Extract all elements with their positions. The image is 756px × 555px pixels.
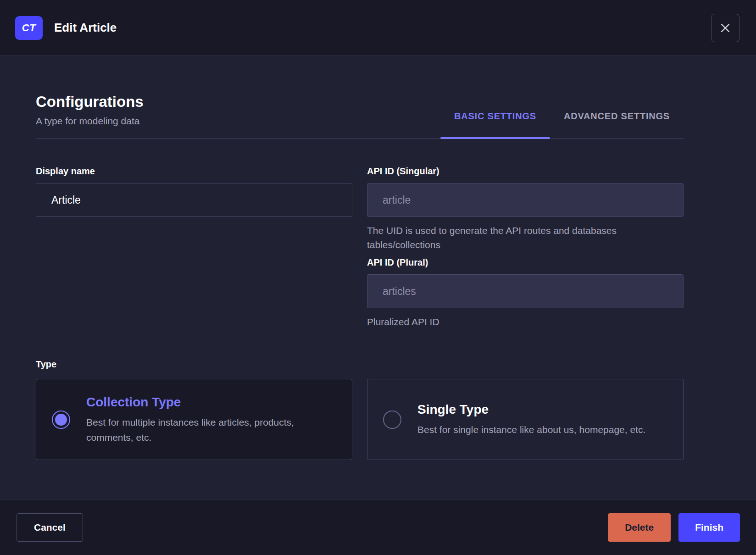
- display-name-field: Display name: [36, 166, 352, 252]
- api-id-singular-field: API ID (Singular) The UID is used to gen…: [367, 166, 684, 252]
- configurations-titles: Configurations A type for modeling data: [36, 93, 144, 138]
- api-id-singular-label: API ID (Singular): [367, 166, 684, 177]
- modal-body: Configurations A type for modeling data …: [0, 56, 756, 499]
- page-subtitle: A type for modeling data: [36, 115, 144, 127]
- content-type-badge-label: CT: [22, 22, 36, 34]
- type-section: Type Collection Type Best for multiple i…: [36, 359, 684, 460]
- single-type-title: Single Type: [417, 402, 645, 417]
- single-type-option[interactable]: Single Type Best for single instance lik…: [367, 379, 684, 460]
- collection-type-title: Collection Type: [86, 394, 336, 410]
- settings-form: Display name API ID (Singular) The UID i…: [36, 166, 684, 329]
- type-label: Type: [36, 359, 684, 370]
- single-type-radio[interactable]: [383, 411, 401, 429]
- api-id-singular-hint: The UID is used to generate the API rout…: [367, 223, 665, 252]
- radio-dot: [55, 414, 67, 426]
- tab-advanced-settings[interactable]: ADVANCED SETTINGS: [550, 111, 684, 138]
- content-type-badge: CT: [15, 16, 43, 40]
- collection-type-text: Collection Type Best for multiple instan…: [86, 394, 336, 445]
- page-title: Configurations: [36, 93, 144, 111]
- type-options: Collection Type Best for multiple instan…: [36, 379, 684, 460]
- api-id-plural-hint: Pluralized API ID: [367, 315, 665, 329]
- delete-button[interactable]: Delete: [608, 513, 671, 542]
- settings-tabs: BASIC SETTINGS ADVANCED SETTINGS: [440, 111, 684, 138]
- api-id-plural-label: API ID (Plural): [367, 257, 684, 268]
- modal-footer: Cancel Delete Finish: [0, 499, 756, 555]
- api-id-plural-field: API ID (Plural) Pluralized API ID: [367, 257, 684, 329]
- display-name-input[interactable]: [36, 183, 352, 217]
- footer-actions: Delete Finish: [608, 513, 740, 542]
- tab-basic-settings[interactable]: BASIC SETTINGS: [440, 111, 550, 138]
- collection-type-description: Best for multiple instances like article…: [86, 415, 336, 445]
- single-type-text: Single Type Best for single instance lik…: [417, 402, 645, 437]
- single-type-description: Best for single instance like about us, …: [417, 422, 645, 437]
- configurations-header: Configurations A type for modeling data …: [36, 93, 684, 139]
- cancel-button[interactable]: Cancel: [17, 513, 83, 542]
- collection-type-option[interactable]: Collection Type Best for multiple instan…: [36, 379, 352, 460]
- api-id-plural-input[interactable]: [367, 274, 684, 308]
- display-name-label: Display name: [36, 166, 352, 177]
- finish-button[interactable]: Finish: [678, 513, 740, 542]
- close-icon: [720, 22, 731, 33]
- collection-type-radio[interactable]: [52, 411, 70, 429]
- api-id-singular-input[interactable]: [367, 183, 684, 217]
- close-button[interactable]: [711, 14, 739, 42]
- modal-header: CT Edit Article: [0, 0, 756, 56]
- edit-content-type-modal: CT Edit Article Configurations A type fo…: [0, 0, 756, 555]
- modal-title: Edit Article: [54, 21, 117, 35]
